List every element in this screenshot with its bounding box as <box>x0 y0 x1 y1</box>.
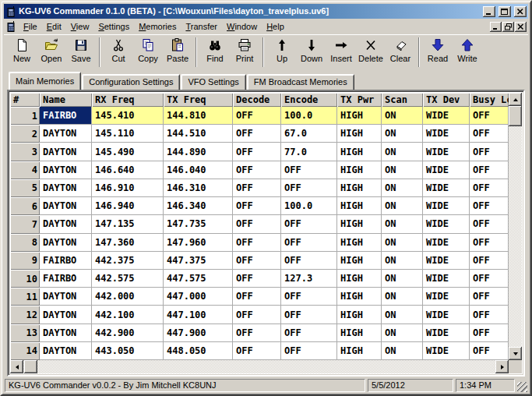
grid-cell[interactable]: 146.910 <box>92 179 164 197</box>
row-number-cell[interactable]: 6 <box>10 197 40 215</box>
column-header-rx-freq[interactable]: RX Freq <box>92 93 164 107</box>
open-button[interactable]: Open <box>37 37 66 68</box>
grid-cell[interactable]: ON <box>382 288 423 306</box>
grid-cell[interactable]: OFF <box>470 234 509 252</box>
grid-cell[interactable]: ON <box>382 252 423 270</box>
scroll-left-button[interactable] <box>10 360 23 373</box>
grid-cell[interactable]: OFF <box>470 143 509 161</box>
copy-button[interactable]: Copy <box>133 37 163 68</box>
row-number-cell[interactable]: 11 <box>10 288 40 306</box>
grid-cell[interactable]: ON <box>382 179 423 197</box>
grid-cell[interactable]: ON <box>382 215 423 233</box>
grid-cell[interactable]: OFF <box>233 107 281 125</box>
grid-cell[interactable]: WIDE <box>423 288 470 306</box>
grid-cell[interactable]: DAYTON <box>40 342 92 360</box>
grid-cell[interactable]: OFF <box>470 288 509 306</box>
new-button[interactable]: New <box>7 37 37 68</box>
row-number-cell[interactable]: 2 <box>10 125 40 143</box>
find-button[interactable]: Find <box>200 37 230 68</box>
save-button[interactable]: Save <box>66 37 96 68</box>
horizontal-scrollbar[interactable] <box>10 360 509 373</box>
grid-cell[interactable]: HIGH <box>337 234 382 252</box>
menu-help[interactable]: Help <box>262 20 289 33</box>
vertical-scrollbar[interactable] <box>509 93 522 360</box>
grid-cell[interactable]: WIDE <box>423 143 470 161</box>
grid-cell[interactable]: ON <box>382 125 423 143</box>
grid-cell[interactable]: 443.050 <box>92 342 164 360</box>
grid-cell[interactable]: HIGH <box>337 324 382 342</box>
grid-cell[interactable]: FAIRBO <box>40 252 92 270</box>
grid-cell[interactable]: DAYTON <box>40 288 92 306</box>
row-number-cell[interactable]: 9 <box>10 252 40 270</box>
row-number-cell[interactable]: 5 <box>10 179 40 197</box>
v-scroll-thumb[interactable] <box>509 106 522 126</box>
grid-cell[interactable]: DAYTON <box>40 197 92 215</box>
grid-cell[interactable]: ON <box>382 342 423 360</box>
grid-cell[interactable]: OFF <box>470 306 509 324</box>
grid-cell[interactable]: OFF <box>470 107 509 125</box>
grid-cell[interactable]: 146.340 <box>164 197 233 215</box>
grid-cell[interactable]: 100.0 <box>281 197 337 215</box>
column-header-name[interactable]: Name <box>40 93 92 107</box>
grid-cell[interactable]: 447.000 <box>164 288 233 306</box>
scroll-up-button[interactable] <box>509 93 522 106</box>
grid-cell[interactable]: ON <box>382 324 423 342</box>
column-header-tx-dev[interactable]: TX Dev <box>423 93 470 107</box>
grid-cell[interactable]: ON <box>382 161 423 179</box>
grid-cell[interactable]: FAIRBO <box>40 270 92 288</box>
grid-cell[interactable]: WIDE <box>423 234 470 252</box>
grid-cell[interactable]: OFF <box>233 288 281 306</box>
grid-cell[interactable]: OFF <box>281 161 337 179</box>
grid-cell[interactable]: OFF <box>233 215 281 233</box>
grid-cell[interactable]: WIDE <box>423 161 470 179</box>
grid-cell[interactable]: OFF <box>233 342 281 360</box>
grid-cell[interactable]: HIGH <box>337 252 382 270</box>
grid-cell[interactable]: 145.410 <box>92 107 164 125</box>
grid-cell[interactable]: OFF <box>470 215 509 233</box>
grid-cell[interactable]: WIDE <box>423 270 470 288</box>
grid-cell[interactable]: HIGH <box>337 288 382 306</box>
grid-cell[interactable]: ON <box>382 143 423 161</box>
grid-cell[interactable]: DAYTON <box>40 234 92 252</box>
grid-cell[interactable]: DAYTON <box>40 215 92 233</box>
grid-cell[interactable]: DAYTON <box>40 179 92 197</box>
grid-cell[interactable]: WIDE <box>423 324 470 342</box>
resize-grip[interactable] <box>517 382 527 392</box>
mdi-minimize-button[interactable] <box>490 22 502 32</box>
grid-cell[interactable]: 147.960 <box>164 234 233 252</box>
grid-cell[interactable]: 144.810 <box>164 107 233 125</box>
grid-cell[interactable]: WIDE <box>423 125 470 143</box>
column-header-decode[interactable]: Decode <box>233 93 281 107</box>
grid-cell[interactable]: DAYTON <box>40 143 92 161</box>
grid-cell[interactable]: HIGH <box>337 197 382 215</box>
minimize-button[interactable] <box>483 6 495 17</box>
row-number-cell[interactable]: 1 <box>10 107 40 125</box>
menu-view[interactable]: View <box>66 20 94 33</box>
grid-cell[interactable]: OFF <box>470 252 509 270</box>
grid-cell[interactable]: 145.490 <box>92 143 164 161</box>
grid-cell[interactable]: OFF <box>470 324 509 342</box>
tab-fm-broadcast-memories[interactable]: FM Broadcast Memories <box>247 74 354 90</box>
grid-cell[interactable]: OFF <box>233 270 281 288</box>
column-header-tx-pwr[interactable]: TX Pwr <box>337 93 382 107</box>
grid-cell[interactable]: 442.100 <box>92 306 164 324</box>
print-button[interactable]: Print <box>230 37 259 68</box>
row-number-cell[interactable]: 8 <box>10 234 40 252</box>
grid-cell[interactable]: 442.575 <box>92 270 164 288</box>
grid-cell[interactable]: OFF <box>470 342 509 360</box>
row-number-cell[interactable]: 12 <box>10 306 40 324</box>
h-scroll-thumb[interactable] <box>24 360 37 373</box>
column-header-tx-freq[interactable]: TX Freq <box>164 93 233 107</box>
grid-cell[interactable]: 100.0 <box>281 107 337 125</box>
grid-cell[interactable]: WIDE <box>423 252 470 270</box>
grid-cell[interactable]: HIGH <box>337 306 382 324</box>
grid-cell[interactable]: OFF <box>281 288 337 306</box>
grid-cell[interactable]: OFF <box>233 161 281 179</box>
scroll-right-button[interactable] <box>495 360 509 373</box>
row-number-cell[interactable]: 4 <box>10 161 40 179</box>
grid-cell[interactable]: OFF <box>233 197 281 215</box>
row-number-cell[interactable]: 13 <box>10 324 40 342</box>
grid-cell[interactable]: HIGH <box>337 342 382 360</box>
cut-button[interactable]: Cut <box>104 37 133 68</box>
grid-cell[interactable]: 147.135 <box>92 215 164 233</box>
